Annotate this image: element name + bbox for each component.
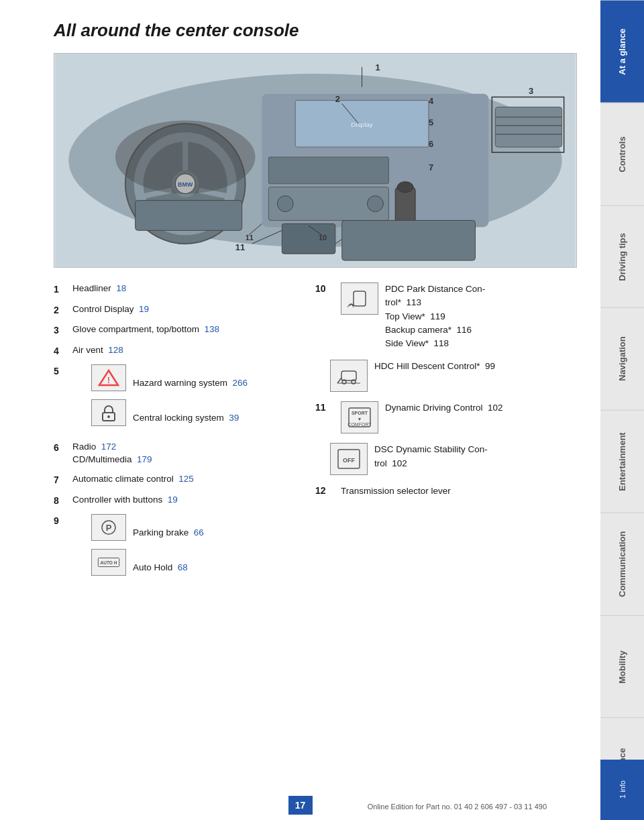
list-item: HDC Hill Descent Control* 99	[315, 360, 577, 392]
lock-icon	[91, 399, 126, 426]
svg-text:AUTO H: AUTO H	[101, 560, 117, 565]
info-tab[interactable]: 1 info	[600, 760, 644, 820]
svg-point-16	[368, 196, 384, 212]
svg-text:6: 6	[429, 139, 433, 149]
svg-rect-56	[354, 291, 366, 306]
list-item: 12 Transmission selector lever	[315, 484, 577, 498]
icon-text-row: Central locking system 39	[72, 399, 248, 430]
svg-text:OFF: OFF	[343, 457, 355, 464]
svg-text:10: 10	[319, 234, 327, 242]
svg-point-51	[107, 415, 110, 418]
page-number: 17	[288, 796, 313, 815]
icon-text-row: ! Hazard warning system 266	[72, 364, 248, 395]
list-item: 1 Headliner 18	[54, 283, 295, 297]
svg-text:11: 11	[235, 242, 245, 252]
svg-text:1: 1	[375, 62, 380, 72]
list-item: 6 Radio 172CD/Multimedia 179	[54, 441, 295, 466]
page-title: All around the center console	[54, 20, 574, 41]
list-item: 4 Air vent 128	[54, 344, 295, 358]
svg-text:3: 3	[529, 86, 533, 96]
parking-brake-icon: P	[91, 514, 126, 541]
list-item: 8 Controller with buttons 19	[54, 494, 295, 508]
svg-rect-43	[136, 201, 242, 231]
pdc-icon	[341, 283, 378, 315]
svg-rect-20	[495, 107, 561, 148]
list-item: 3 Glove compartment, top/bottom 138	[54, 323, 295, 338]
sidebar: At a glance Controls Driving tips Naviga…	[600, 0, 644, 820]
sidebar-tab-mobility[interactable]: Mobility	[600, 615, 644, 718]
list-item: 7 Automatic climate control 125	[54, 473, 295, 487]
svg-text:SPORT: SPORT	[352, 411, 368, 415]
dashboard-image: BMW Display	[54, 53, 577, 268]
main-content: All around the center console BMW	[0, 0, 600, 820]
hdc-icon	[330, 360, 368, 392]
list-item: 5 ! Hazard warning system 266	[54, 364, 295, 434]
sidebar-tab-entertainment[interactable]: Entertainment	[600, 410, 644, 513]
svg-text:COMFORT: COMFORT	[347, 422, 372, 427]
svg-rect-41	[342, 220, 476, 260]
right-column: 10 PDC Park Distance Con-trol* 113 Top V…	[315, 283, 577, 591]
svg-rect-57	[341, 371, 356, 380]
icon-text-row: AUTO H Auto Hold 68	[72, 549, 204, 580]
svg-text:7: 7	[429, 162, 433, 172]
left-column: 1 Headliner 18 2 Control Display 19 3 Gl…	[54, 283, 295, 591]
svg-text:Display: Display	[351, 121, 373, 128]
svg-text:P: P	[106, 523, 112, 533]
svg-text:2: 2	[335, 94, 340, 104]
svg-text:!: !	[107, 376, 110, 385]
sport-comfort-icon: SPORT ▼ COMFORT	[341, 401, 378, 433]
sidebar-tab-at-a-glance[interactable]: At a glance	[600, 0, 644, 103]
svg-point-10	[115, 120, 256, 193]
svg-rect-42	[282, 223, 335, 254]
svg-text:4: 4	[429, 96, 434, 106]
svg-text:11: 11	[246, 234, 254, 242]
content-grid: 1 Headliner 18 2 Control Display 19 3 Gl…	[54, 283, 577, 591]
list-item: 2 Control Display 19	[54, 303, 295, 317]
hazard-icon: !	[91, 364, 126, 391]
icon-text-row: P Parking brake 66	[72, 514, 204, 545]
svg-text:▼: ▼	[358, 417, 362, 421]
list-item: 9 P Parking brake 66	[54, 514, 295, 584]
sidebar-tab-navigation[interactable]: Navigation	[600, 307, 644, 410]
svg-text:5: 5	[429, 117, 433, 127]
svg-rect-17	[268, 157, 388, 184]
sidebar-tab-driving-tips[interactable]: Driving tips	[600, 205, 644, 308]
auto-hold-icon: AUTO H	[91, 549, 126, 576]
sidebar-tab-controls[interactable]: Controls	[600, 103, 644, 205]
svg-point-19	[397, 182, 413, 193]
list-item: OFF DSC Dynamic Stability Con-trol 102	[315, 443, 577, 475]
dsc-off-icon: OFF	[330, 443, 368, 475]
list-item: 11 SPORT ▼ COMFORT Dynamic Driving Contr…	[315, 401, 577, 433]
sidebar-tab-communication[interactable]: Communication	[600, 513, 644, 615]
footer-text: Online Edition for Part no. 01 40 2 606 …	[368, 803, 547, 811]
svg-point-15	[277, 196, 293, 212]
list-item: 10 PDC Park Distance Con-trol* 113 Top V…	[315, 283, 577, 350]
